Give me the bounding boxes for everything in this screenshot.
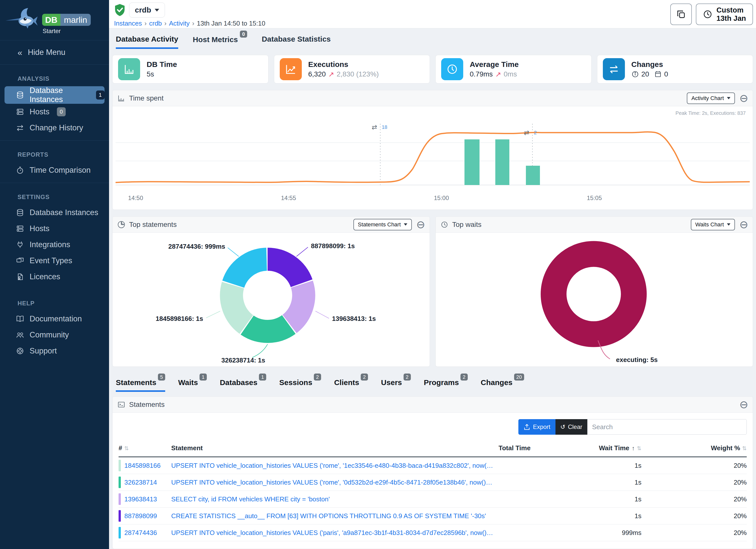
section-label: ANALYSIS	[0, 72, 109, 86]
change-marker-icon[interactable]: ⇄	[372, 123, 377, 131]
sidebar-item-change-history[interactable]: Change History	[0, 120, 109, 136]
copy-link-button[interactable]	[670, 4, 692, 25]
time-range-button[interactable]: Custom 13th Jan	[696, 4, 753, 25]
sidebar-item-settings-database-instances[interactable]: Database Instances	[0, 205, 109, 221]
tab-users[interactable]: Users2	[381, 378, 411, 392]
col-header-weight[interactable]: Weight %⇅	[641, 444, 747, 452]
sidebar-item-time-comparison[interactable]: Time Comparison	[0, 162, 109, 178]
breadcrumb-crdb[interactable]: crdb	[149, 20, 162, 27]
top-waits-donut[interactable]: executing: 5s	[436, 233, 753, 365]
sort-icon[interactable]: ⇅	[124, 445, 129, 451]
search-input[interactable]	[587, 419, 747, 435]
collapse-icon[interactable]: ⊖	[416, 219, 425, 230]
sort-icon[interactable]: ⇅	[742, 445, 747, 451]
collapse-icon[interactable]: ⊖	[739, 93, 748, 104]
col-header-statement[interactable]: Statement	[171, 444, 499, 452]
collapse-icon[interactable]: ⊖	[739, 399, 748, 410]
tab-programs[interactable]: Programs2	[424, 378, 468, 392]
col-header-wait-time[interactable]: Wait Time↑⇅	[536, 444, 641, 452]
top-statements-header: Top statements Statements Chart ⊖	[113, 217, 430, 233]
count-badge: 1	[96, 90, 105, 100]
tab-database-statistics[interactable]: Database Statistics	[262, 35, 331, 49]
statement-id-link[interactable]: 887898099	[124, 512, 162, 520]
sidebar-item-integrations[interactable]: Integrations	[0, 237, 109, 253]
tab-database-activity[interactable]: Database Activity	[116, 35, 178, 49]
statement-id-link[interactable]: 287474436	[124, 529, 162, 537]
activity-line-chart[interactable]: ⇄ 18 ⇄ 2 14:50 14:55 15:00 15:05	[116, 119, 750, 208]
tab-label: Programs	[424, 378, 459, 387]
sidebar-item-documentation[interactable]: Documentation	[0, 311, 109, 327]
instance-name: crdb	[135, 6, 151, 14]
wait-time-value: 1s	[536, 462, 641, 470]
statement-link[interactable]: UPSERT INTO vehicle_location_histories V…	[171, 529, 499, 537]
activity-chart-select[interactable]: Activity Chart	[687, 93, 735, 104]
statements-chart-select[interactable]: Statements Chart	[353, 219, 412, 230]
top-waits-card: Top waits Waits Chart ⊖ executing: 5s	[435, 216, 753, 367]
col-header-total-time[interactable]: Total Time	[499, 444, 536, 452]
sidebar-item-licences[interactable]: Licences	[0, 269, 109, 285]
count-badge: 2	[361, 374, 368, 381]
tags-icon	[16, 257, 24, 265]
tab-waits[interactable]: Waits1	[178, 378, 207, 392]
table-row: 139638413 SELECT city, id FROM vehicles …	[119, 491, 747, 508]
time-spent-card: Time spent Activity Chart ⊖ Peak Time: 2…	[112, 90, 753, 210]
sidebar-item-label: Database Instances	[30, 208, 98, 217]
weight-value: 20%	[641, 479, 747, 486]
sidebar-item-community[interactable]: Community	[0, 327, 109, 343]
col-header-num[interactable]: #⇅	[119, 444, 171, 452]
statement-id-link[interactable]: 139638413	[124, 495, 162, 503]
sidebar-item-database-instances[interactable]: Database Instances 1	[5, 86, 105, 104]
change-marker-icon[interactable]: ⇄	[524, 129, 529, 136]
tab-host-metrics[interactable]: Host Metrics0	[193, 35, 247, 49]
sidebar: DB marlin Starter « Hide Menu ANALYSIS D…	[0, 0, 109, 549]
donut-slice[interactable]	[554, 254, 634, 334]
community-icon	[16, 331, 24, 339]
sidebar-item-support[interactable]: Support	[0, 343, 109, 359]
kpi-average-time: Average Time 0.79ms ↗ 0ms	[435, 55, 592, 83]
top-statements-donut[interactable]: 887898099: 1s 139638413: 1s 326238714: 1…	[113, 233, 430, 365]
clear-button[interactable]: ↺ Clear	[555, 419, 587, 435]
instance-selector-button[interactable]: crdb	[129, 3, 165, 18]
table-header-row: #⇅ Statement Total Time Wait Time↑⇅ Weig…	[119, 440, 747, 457]
statement-link[interactable]: SELECT city, id FROM vehicles WHERE city…	[171, 495, 499, 503]
tab-clients[interactable]: Clients2	[334, 378, 368, 392]
kpi-title: Changes	[631, 60, 668, 69]
top-header: crdb Instances › crdb › Activity › 13th …	[109, 0, 756, 28]
card-title: Statements	[129, 401, 165, 409]
sidebar-section-reports: REPORTS Time Comparison	[0, 141, 109, 183]
statement-link[interactable]: UPSERT INTO vehicle_location_histories V…	[171, 462, 499, 470]
tab-sessions[interactable]: Sessions2	[279, 378, 321, 392]
waits-chart-select[interactable]: Waits Chart	[691, 219, 735, 230]
tab-databases[interactable]: Databases1	[220, 378, 266, 392]
change-annotation-count[interactable]: 2	[534, 130, 537, 135]
tab-label: Database Statistics	[262, 35, 331, 43]
stopwatch-icon	[16, 166, 24, 174]
undo-icon: ↺	[560, 423, 565, 430]
change-annotation-count[interactable]: 18	[382, 124, 387, 130]
tab-changes[interactable]: Changes20	[481, 378, 524, 392]
sidebar-item-label: Documentation	[30, 314, 82, 323]
sort-icon[interactable]: ⇅	[637, 445, 641, 451]
sidebar-item-settings-hosts[interactable]: Hosts	[0, 221, 109, 237]
tab-label: Sessions	[279, 378, 312, 387]
bar-chart-icon	[118, 95, 125, 102]
tab-statements[interactable]: Statements5	[116, 378, 165, 392]
sidebar-item-event-types[interactable]: Event Types	[0, 253, 109, 269]
tab-label: Changes	[481, 378, 513, 387]
sort-up-icon[interactable]: ↑	[632, 445, 635, 451]
statement-link[interactable]: UPSERT INTO vehicle_location_histories V…	[171, 479, 499, 486]
sidebar-item-label: Event Types	[30, 256, 72, 265]
breadcrumb-activity[interactable]: Activity	[169, 20, 190, 27]
hide-menu-button[interactable]: « Hide Menu	[0, 40, 109, 64]
export-button[interactable]: Export	[518, 419, 555, 435]
shield-check-icon	[114, 4, 126, 17]
statement-link[interactable]: CREATE STATISTICS __auto__ FROM [63] WIT…	[171, 512, 499, 520]
donut-label: 287474436: 999ms	[168, 243, 225, 250]
breadcrumb-instances[interactable]: Instances	[114, 20, 142, 27]
sidebar-item-hosts[interactable]: Hosts 0	[0, 104, 109, 120]
collapse-icon[interactable]: ⊖	[739, 219, 748, 230]
statement-list-icon	[118, 401, 125, 408]
weight-value: 20%	[641, 529, 747, 537]
statement-id-link[interactable]: 326238714	[124, 479, 162, 486]
statement-id-link[interactable]: 1845898166	[124, 462, 166, 470]
